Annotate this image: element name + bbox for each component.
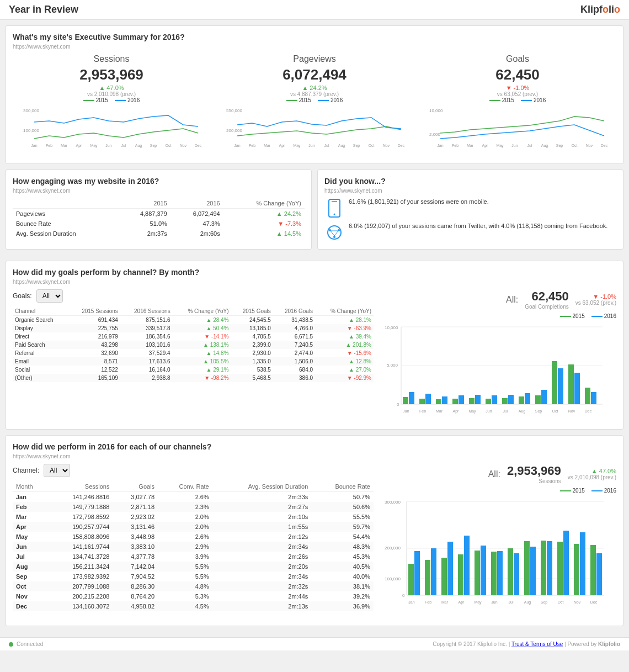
svg-point-48	[333, 236, 335, 238]
svg-rect-76	[558, 368, 563, 404]
executive-metrics: Sessions 2,953,969 ▲ 47.0% vs 2,010,098 …	[13, 54, 616, 151]
svg-text:Nov: Nov	[383, 144, 390, 147]
m-col-sessions: Sessions	[47, 481, 113, 492]
ch-s2015: 165,109	[68, 374, 120, 382]
goals-select[interactable]: All	[36, 289, 63, 303]
svg-rect-62	[442, 396, 447, 404]
month-row: Dec 134,160.3072 4,958.82 4.5% 2m:13s 36…	[13, 601, 374, 611]
svg-text:Jun: Jun	[308, 144, 314, 147]
ch-sc: ▼ -14.1%	[173, 332, 231, 341]
engage-2016: 6,072,494	[170, 209, 223, 219]
m-goals: 8,286.30	[113, 581, 158, 591]
monthly-section: Channel: All Month Sessions Goals Conv. …	[13, 464, 616, 619]
engage-2015: 4,887,379	[118, 209, 170, 219]
engage-row: Avg. Session Duration 2m:37s 2m:60s ▲ 14…	[13, 229, 305, 239]
footer-trust-link[interactable]: Trust & Terms of Use	[511, 641, 563, 647]
goals-metric: Goals 62,450 ▼ -1.0% vs 63,052 (prev.) 2…	[419, 54, 616, 151]
engage-2015: 2m:37s	[118, 229, 170, 239]
svg-text:May: May	[90, 144, 98, 148]
channel-row: Social 12,522 16,164.0 ▲ 29.1% 538.5 684…	[13, 366, 374, 374]
did-you-know-card: Did you know...? https://www.skynet.com …	[317, 170, 623, 250]
svg-text:0: 0	[397, 402, 399, 407]
channel-select[interactable]: All	[44, 464, 70, 477]
svg-rect-111	[481, 546, 486, 595]
svg-rect-125	[596, 553, 602, 595]
header: Year in Review Klipfolio	[0, 0, 629, 20]
svg-text:Sep: Sep	[535, 409, 542, 414]
svg-text:0: 0	[402, 593, 405, 598]
svg-text:5,000: 5,000	[387, 363, 398, 368]
goals-channel-section: Goals: All Channel 2015 Sessions 2016 Se…	[13, 289, 616, 422]
bar-2016-jan	[409, 392, 414, 404]
svg-text:300,000: 300,000	[23, 108, 39, 113]
m-bounce: 36.9%	[311, 601, 374, 611]
channel-right: All: 62,450 Goal Completions ▼ -1.0% vs …	[385, 289, 616, 422]
ch-s2016: 16,164.0	[120, 366, 173, 374]
svg-rect-60	[425, 394, 431, 404]
m-sessions: 134,160.3072	[47, 601, 113, 611]
ch-s2016: 37,529.4	[120, 349, 173, 357]
ch-channel: Referral	[13, 349, 68, 357]
svg-text:Jan: Jan	[437, 144, 443, 147]
m-bounce: 55.5%	[311, 512, 374, 522]
engage-col-2015: 2015	[118, 198, 170, 209]
m-bounce: 54.4%	[311, 532, 374, 542]
pageviews-label: Pageviews	[216, 54, 413, 64]
svg-text:Mar: Mar	[264, 144, 271, 147]
m-duration: 2m:32s	[212, 581, 312, 591]
pageviews-prev: vs 4,887,379 (prev.)	[216, 91, 413, 97]
channel-row: Direct 216,979 186,354.6 ▼ -14.1% 4,785.…	[13, 332, 374, 341]
svg-rect-78	[574, 373, 580, 404]
m-month: Jun	[13, 542, 47, 552]
m-bounce: 38.1%	[311, 581, 374, 591]
svg-rect-117	[530, 547, 536, 595]
m-month: Apr	[13, 522, 47, 532]
svg-text:Mar: Mar	[467, 144, 474, 147]
svg-rect-77	[568, 364, 574, 404]
svg-rect-67	[486, 399, 491, 404]
m-conv: 3.9%	[158, 552, 212, 562]
svg-text:May: May	[496, 144, 504, 148]
main-content: What's my site's Executive Summary for 2…	[0, 20, 629, 637]
sessions-legend: 2015 2016	[13, 97, 210, 103]
channel-row: Organic Search 691,434 875,151.6 ▲ 28.4%…	[13, 316, 374, 325]
footer-right: Copyright © 2017 Klipfolio Inc. | Trust …	[433, 641, 620, 647]
svg-point-43	[334, 214, 335, 215]
m-duration: 2m:34s	[212, 572, 312, 581]
ch-s2015: 216,979	[68, 332, 120, 341]
svg-rect-115	[514, 553, 519, 595]
goals-change: ▼ -1.0%	[419, 84, 616, 91]
pageviews-chart: 550,000 200,000 Jan Feb Mar Apr May Jun …	[216, 105, 413, 150]
m-sessions: 190,257.9744	[47, 522, 113, 532]
m-goals: 7,904.52	[113, 572, 158, 581]
ch-s2015: 12,522	[68, 366, 120, 374]
svg-text:Mar: Mar	[436, 409, 443, 413]
svg-text:Feb: Feb	[452, 144, 459, 147]
svg-text:Oct: Oct	[572, 144, 578, 147]
ch-s2015: 32,690	[68, 349, 120, 357]
m-bounce: 50.7%	[311, 492, 374, 502]
svg-rect-70	[508, 395, 514, 404]
monthly-bar-chart: 300,000 200,000 100,000 0	[385, 496, 605, 617]
m-sessions: 156,211.3424	[47, 562, 113, 572]
ch-g2015: 4,785.5	[231, 332, 273, 341]
ch-col-gc: % Change (YoY)	[315, 307, 374, 316]
pageviews-value: 6,072,494	[216, 66, 413, 83]
channel-left: Goals: All Channel 2015 Sessions 2016 Se…	[13, 289, 374, 422]
m-goals: 3,448.98	[113, 532, 158, 542]
svg-rect-122	[574, 544, 579, 595]
ch-g2016: 2,474.0	[273, 349, 315, 357]
m-sessions: 141,161.9744	[47, 542, 113, 552]
channel-row: Display 225,755 339,517.8 ▲ 50.4% 13,185…	[13, 324, 374, 332]
svg-text:Nov: Nov	[568, 409, 575, 413]
goals-prev: vs 63,052 (prev.)	[419, 91, 616, 97]
ch-g2016: 31,438.5	[273, 316, 315, 325]
m-month: Nov	[13, 591, 47, 601]
goals-dropdown: Goals: All	[13, 289, 374, 303]
svg-text:Apr: Apr	[76, 144, 83, 148]
m-month: Oct	[13, 581, 47, 591]
footer-copyright: Copyright © 2017 Klipfolio Inc.	[433, 641, 507, 647]
svg-text:Sep: Sep	[541, 600, 548, 605]
ch-s2015: 691,434	[68, 316, 120, 325]
m-col-goals: Goals	[113, 481, 158, 492]
